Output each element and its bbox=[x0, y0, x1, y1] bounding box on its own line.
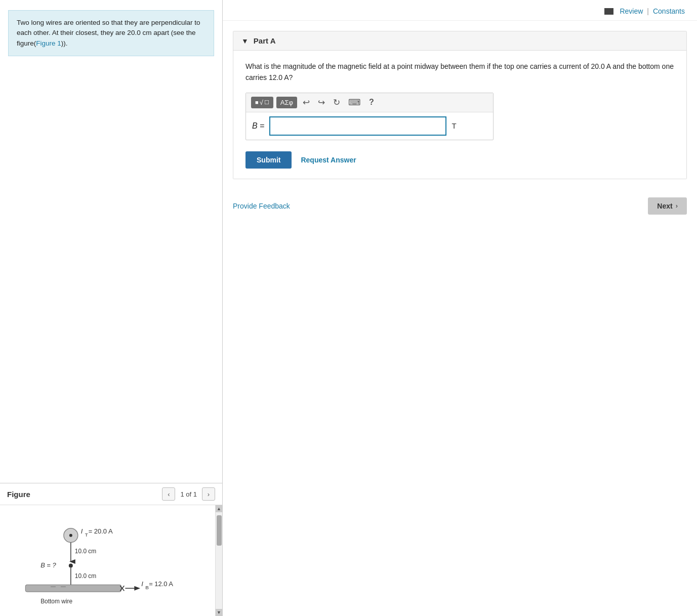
figure-counter: 1 of 1 bbox=[180, 490, 197, 498]
figure-prev-button[interactable]: ‹ bbox=[162, 487, 175, 501]
next-button[interactable]: Next › bbox=[648, 197, 687, 215]
math-input-container: ■ √ ☐ AΣφ ↩ ↪ ↻ ⌨ ? B = T bbox=[245, 93, 494, 140]
problem-text-end: )). bbox=[61, 39, 68, 47]
svg-text:= 12.0 A: = 12.0 A bbox=[149, 580, 173, 588]
redo-button[interactable]: ↪ bbox=[315, 96, 327, 109]
part-a-header: ▼ Part A bbox=[233, 31, 686, 51]
greek-symbols-button[interactable]: AΣφ bbox=[276, 97, 297, 108]
top-bar-divider: | bbox=[647, 7, 649, 15]
figure-section: Figure ‹ 1 of 1 › I T = 20.0 A 10.0 cm bbox=[0, 483, 222, 616]
figure-header: Figure ‹ 1 of 1 › bbox=[0, 483, 222, 505]
figure-scrollbar[interactable]: ▲ ▼ bbox=[215, 505, 222, 616]
action-row: Submit Request Answer bbox=[245, 151, 674, 169]
next-button-label: Next bbox=[657, 202, 672, 210]
figure-link[interactable]: Figure 1 bbox=[36, 39, 61, 47]
problem-statement: Two long wires are oriented so that they… bbox=[8, 10, 214, 56]
part-a-section: ▼ Part A What is the magnitude of the ma… bbox=[233, 31, 687, 179]
svg-point-1 bbox=[69, 534, 72, 537]
collapse-arrow-icon[interactable]: ▼ bbox=[241, 37, 249, 45]
provide-feedback-link[interactable]: Provide Feedback bbox=[233, 202, 290, 210]
bottom-bar: Provide Feedback Next › bbox=[223, 189, 697, 223]
svg-text:B: B bbox=[145, 585, 149, 590]
scroll-thumb[interactable] bbox=[217, 515, 222, 546]
review-link[interactable]: Review bbox=[620, 7, 643, 15]
svg-text:10.0 cm: 10.0 cm bbox=[75, 572, 97, 580]
constants-link[interactable]: Constants bbox=[653, 7, 685, 15]
help-button[interactable]: ? bbox=[366, 97, 377, 108]
review-icon bbox=[604, 8, 613, 15]
figure-canvas: I T = 20.0 A 10.0 cm B = ? 10.0 cm bbox=[0, 505, 222, 616]
figure-navigation: ‹ 1 of 1 › bbox=[162, 487, 215, 501]
figure-title: Figure bbox=[7, 490, 30, 499]
question-text: What is the magnitude of the magnetic fi… bbox=[245, 61, 674, 84]
svg-text:I: I bbox=[81, 527, 83, 535]
refresh-button[interactable]: ↻ bbox=[331, 96, 343, 109]
figure-diagram: I T = 20.0 A 10.0 cm B = ? 10.0 cm bbox=[0, 505, 222, 616]
math-input-row: B = T bbox=[246, 112, 493, 140]
math-unit-label: T bbox=[452, 121, 456, 130]
scroll-up-button[interactable]: ▲ bbox=[216, 505, 223, 512]
part-a-body: What is the magnitude of the magnetic fi… bbox=[233, 51, 686, 179]
svg-text:T: T bbox=[85, 532, 88, 538]
scroll-down-button[interactable]: ▼ bbox=[216, 609, 223, 616]
submit-button[interactable]: Submit bbox=[245, 151, 292, 169]
request-answer-link[interactable]: Request Answer bbox=[301, 156, 356, 164]
svg-text:I: I bbox=[141, 580, 143, 588]
matrix-button[interactable]: ■ √ ☐ bbox=[251, 97, 273, 108]
keyboard-button[interactable]: ⌨ bbox=[346, 96, 363, 109]
figure-next-button[interactable]: › bbox=[202, 487, 215, 501]
chevron-right-icon: › bbox=[676, 202, 678, 210]
math-variable-label: B = bbox=[252, 121, 264, 131]
svg-point-7 bbox=[69, 563, 73, 567]
math-answer-input[interactable] bbox=[269, 116, 446, 136]
svg-text:= 20.0 A: = 20.0 A bbox=[89, 527, 113, 535]
svg-text:B = ?: B = ? bbox=[40, 561, 56, 569]
undo-button[interactable]: ↩ bbox=[300, 96, 312, 109]
top-bar: Review | Constants bbox=[223, 0, 697, 21]
math-toolbar: ■ √ ☐ AΣφ ↩ ↪ ↻ ⌨ ? bbox=[246, 93, 493, 112]
svg-text:Bottom wire: Bottom wire bbox=[40, 598, 72, 605]
right-panel: Review | Constants ▼ Part A What is the … bbox=[223, 0, 697, 616]
left-panel: Two long wires are oriented so that they… bbox=[0, 0, 223, 616]
part-a-title: Part A bbox=[254, 36, 276, 45]
svg-rect-11 bbox=[25, 585, 121, 592]
svg-text:10.0 cm: 10.0 cm bbox=[75, 548, 97, 555]
